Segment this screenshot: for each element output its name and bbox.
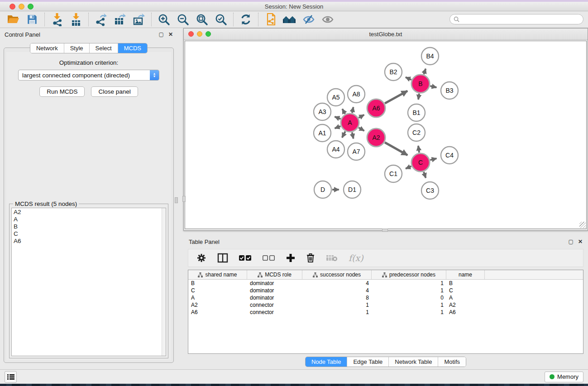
table-row[interactable]: Bdominator41B [188, 280, 583, 287]
network-canvas[interactable]: B4B2BB3A8A5A6A3B1AC2A1A2A4A7C4CC1DD1C3 [185, 41, 587, 229]
divider-stub[interactable] [175, 197, 178, 203]
export-image-icon[interactable] [129, 12, 148, 27]
edge-A-A1[interactable] [335, 126, 341, 129]
node-A3[interactable]: A3 [314, 103, 331, 120]
hide-selected-icon[interactable] [299, 12, 318, 27]
refresh-icon[interactable] [236, 12, 255, 27]
node-C1[interactable]: C1 [385, 165, 402, 182]
show-all-icon[interactable] [280, 12, 299, 27]
open-file-icon[interactable] [4, 12, 23, 27]
import-table-icon[interactable] [67, 12, 86, 27]
zoom-selected-icon[interactable] [211, 12, 230, 27]
save-session-icon[interactable] [23, 12, 42, 27]
export-table-icon[interactable] [110, 12, 129, 27]
node-A[interactable]: A [341, 114, 359, 132]
tab-edge-table[interactable]: Edge Table [347, 357, 389, 367]
edge-A-A6[interactable] [359, 115, 364, 118]
node-A6[interactable]: A6 [367, 99, 385, 117]
search-input[interactable] [462, 16, 579, 23]
zoom-out-icon[interactable] [173, 12, 192, 27]
tab-select[interactable]: Select [90, 43, 118, 53]
edge-B-B2[interactable] [406, 77, 411, 80]
show-selected-icon[interactable] [318, 12, 337, 27]
column-header-shared-name[interactable]: shared name [188, 270, 247, 279]
memory-button[interactable]: Memory [545, 372, 583, 382]
edge-A-A2[interactable] [359, 128, 364, 131]
float-panel-icon[interactable]: ▢ [159, 32, 164, 37]
edge-C-C4[interactable] [430, 158, 436, 160]
close-table-panel-icon[interactable]: ✕ [578, 239, 583, 244]
tab-node-table[interactable]: Node Table [306, 357, 348, 367]
edge-A-A8[interactable] [352, 107, 354, 113]
node-C[interactable]: C [411, 153, 430, 172]
edge-A-A3[interactable] [335, 117, 340, 119]
node-A8[interactable]: A8 [348, 86, 365, 103]
edge-A2-C[interactable] [385, 143, 407, 155]
tab-motifs[interactable]: Motifs [438, 357, 466, 367]
edge-A-A4[interactable] [342, 131, 345, 137]
table-row[interactable]: A6connector11A6 [188, 309, 583, 316]
result-item[interactable]: B [14, 223, 164, 230]
close-panel-icon[interactable]: ✕ [168, 32, 173, 37]
node-A4[interactable]: A4 [327, 141, 344, 158]
edge-A-A5[interactable] [342, 109, 345, 114]
close-panel-button[interactable]: Close panel [91, 86, 138, 97]
result-item[interactable]: A2 [14, 209, 164, 216]
columns-icon[interactable] [217, 253, 228, 263]
table-row[interactable]: Adominator80A [188, 294, 583, 301]
node-table[interactable]: shared nameMCDS rolesuccessor nodesprede… [188, 270, 583, 354]
node-A2[interactable]: A2 [367, 129, 385, 147]
delete-table-icon[interactable] [326, 254, 338, 262]
edge-A6-B[interactable] [385, 91, 407, 103]
result-item[interactable]: C [14, 230, 164, 238]
node-A7[interactable]: A7 [348, 143, 365, 160]
search-field[interactable] [449, 14, 583, 24]
gear-icon[interactable] [196, 253, 206, 263]
resize-grip-icon[interactable] [579, 222, 586, 228]
result-item[interactable]: A [14, 216, 164, 223]
import-network-icon[interactable] [48, 12, 67, 27]
node-B1[interactable]: B1 [408, 104, 425, 121]
node-B2[interactable]: B2 [385, 63, 402, 81]
export-network-icon[interactable] [91, 12, 110, 27]
zoom-in-icon[interactable] [154, 12, 173, 27]
divider-stub[interactable] [182, 196, 186, 202]
node-C4[interactable]: C4 [441, 147, 458, 164]
zoom-fit-icon[interactable] [192, 12, 211, 27]
edge-C-C2[interactable] [418, 146, 419, 152]
task-history-button[interactable] [5, 371, 17, 383]
tab-network-table[interactable]: Network Table [389, 357, 438, 367]
node-A5[interactable]: A5 [327, 89, 344, 106]
network-window-titlebar[interactable]: testGlobe.txt [184, 29, 588, 40]
node-C3[interactable]: C3 [421, 182, 439, 199]
column-header-predecessor-nodes[interactable]: predecessor nodes [372, 270, 446, 279]
result-item[interactable]: A6 [14, 238, 164, 245]
edge-B-B1[interactable] [418, 94, 419, 100]
function-builder-icon[interactable]: f(x) [349, 253, 363, 263]
result-scrollbar[interactable] [162, 208, 166, 356]
deselect-all-icon[interactable] [263, 255, 275, 261]
node-D1[interactable]: D1 [344, 181, 361, 198]
table-row[interactable]: Cdominator41C [188, 287, 583, 294]
node-B[interactable]: B [411, 75, 430, 93]
node-B3[interactable]: B3 [441, 82, 458, 99]
edge-C-C3[interactable] [424, 172, 426, 178]
column-header-successor-nodes[interactable]: successor nodes [302, 270, 372, 279]
new-network-icon[interactable] [261, 12, 280, 27]
float-table-panel-icon[interactable]: ▢ [569, 239, 574, 244]
edge-B-B4[interactable] [424, 69, 425, 74]
tab-style[interactable]: Style [64, 43, 90, 53]
edge-A-A7[interactable] [352, 132, 354, 138]
run-mcds-button[interactable]: Run MCDS [39, 86, 85, 97]
node-A1[interactable]: A1 [314, 124, 331, 142]
column-header-MCDS-role[interactable]: MCDS role [247, 270, 302, 279]
node-D[interactable]: D [314, 181, 331, 198]
edge-B-B3[interactable] [430, 86, 436, 87]
add-column-icon[interactable] [286, 253, 295, 262]
node-C2[interactable]: C2 [408, 124, 425, 141]
select-all-icon[interactable] [239, 255, 252, 261]
edge-C-C1[interactable] [406, 166, 411, 168]
tab-mcds[interactable]: MCDS [118, 43, 147, 53]
table-row[interactable]: A2connector11A2 [188, 301, 583, 309]
node-B4[interactable]: B4 [421, 48, 439, 65]
